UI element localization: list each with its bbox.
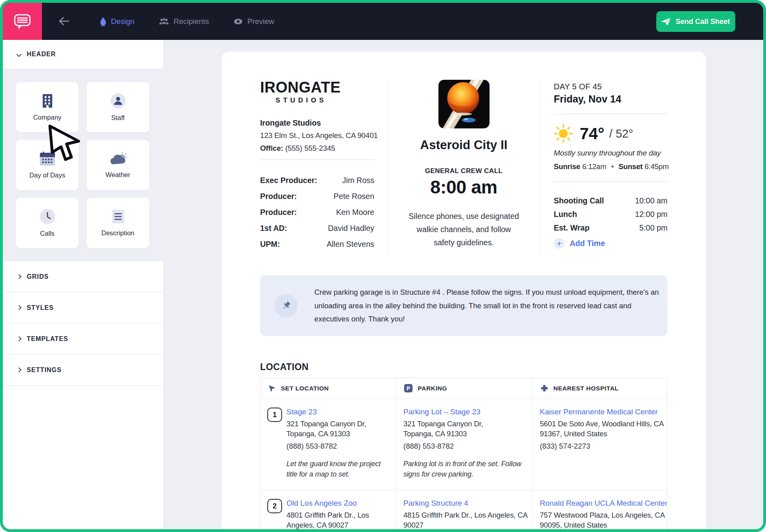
tab-design-label: Design [111,17,134,26]
tab-recipients[interactable]: Recipients [159,3,209,40]
sidebar-section-settings-label: SETTINGS [27,366,61,374]
person-icon [110,93,126,109]
sidebar-section-grids-label: GRIDS [27,273,49,280]
clock-icon [39,209,55,225]
schedule-row: Est. Wrap5:00 pm [554,223,667,233]
company-logo: IRONGATE STUDIOS [260,80,341,104]
crew-call-note: Silence phones, use designated walkie ch… [407,210,521,249]
crew-row: 1st AD:David Hadley [260,224,374,233]
schedule-row: Shooting Call10:00 am [554,196,667,205]
location-note: Let the guard know the project title for… [286,459,389,479]
parking-notice-text: Crew parking garage is in Structure #4 .… [314,286,667,326]
parking-notice[interactable]: Crew parking garage is in Structure #4 .… [260,275,667,336]
back-arrow-icon [58,16,70,26]
tab-preview-label: Preview [247,17,274,26]
send-call-sheet-button[interactable]: Send Call Sheet [656,11,735,32]
location-address: 5601 De Soto Ave, Woodland Hills, CA [540,419,660,429]
company-address: 123 Elm St., Los Angeles, CA 90401 [260,129,374,142]
location-link[interactable]: Parking Lot – Stage 23 [403,408,525,416]
tile-weather[interactable]: Weather [87,140,149,190]
location-link[interactable]: Parking Structure 4 [403,499,525,508]
tile-company-label: Company [33,114,61,121]
crew-call-time: 8:00 am [400,176,528,198]
location-link[interactable]: Ronald Reagan UCLA Medical Center [540,499,660,508]
sidebar-section-header[interactable]: HEADER [3,40,163,69]
weather-summary: Mostly sunny throughout the day [554,149,667,158]
column-header-parking: PARKING [396,378,533,398]
crew-call-label: GENERAL CREW CALL [400,167,528,175]
location-address: 90027 [403,520,525,530]
sidebar-section-header-label: HEADER [27,51,56,58]
tab-recipients-label: Recipients [174,17,209,26]
call-sheet-document[interactable]: IRONGATE STUDIOS Irongate Studios 123 El… [221,52,706,532]
sidebar-section-styles[interactable]: STYLES [3,292,163,323]
tile-staff-label: Staff [111,114,125,122]
location-note: Parking lot is in front of the set. Foll… [403,459,523,479]
tile-description-label: Description [101,229,134,237]
send-call-sheet-label: Send Call Sheet [675,18,730,26]
column-header-set-location: SET LOCATION [261,378,396,398]
company-office-phone: Office: (555) 555-2345 [260,142,374,155]
medical-cross-icon [541,384,548,392]
design-sidebar: HEADER Company [3,40,164,529]
header-tiles-panel: Company Staff [3,69,164,261]
back-button[interactable] [57,15,71,27]
location-number-badge: 1 [267,408,282,422]
tab-preview[interactable]: Preview [233,3,274,40]
crew-row: UPM:Allen Stevens [260,240,374,249]
schedule-row: Lunch12:00 pm [554,210,667,219]
parking-entry[interactable]: Parking Lot – Stage 23 321 Topanga Canyo… [396,399,533,490]
tile-calls[interactable]: Calls [16,198,79,248]
crew-row: Producer:Pete Rosen [260,192,374,201]
chevron-down-icon [16,52,22,57]
ink-drop-icon [100,17,107,26]
set-location-entry[interactable]: 1 Stage 23 321 Topanga Canyon Dr, Topang… [261,399,396,490]
chevron-right-icon [16,336,22,341]
location-address: Angeles, CA 90027 [286,520,389,530]
column-divider [540,80,540,256]
sun-icon [554,124,573,143]
location-section-title: LOCATION [260,362,667,372]
location-link[interactable]: Old Los Angeles Zoo [286,499,389,508]
pin-icon [274,294,298,317]
cloud-sun-icon [109,152,127,166]
sidebar-section-templates-label: TEMPLATES [27,335,68,343]
sidebar-section-styles-label: STYLES [27,304,54,311]
app-window: Design Recipients Preview [0,0,766,532]
tile-weather-label: Weather [105,171,130,179]
location-phone: (888) 553-8782 [403,442,525,451]
column-divider [388,80,388,256]
production-title: Asteroid City II [400,138,528,152]
parking-icon [404,384,413,392]
add-time-label: Add Time [570,239,605,248]
company-logo-line1: IRONGATE [260,80,341,95]
location-phone: (888) 553-8782 [286,442,389,451]
crew-row: Exec Producer:Jim Ross [260,176,374,185]
add-time-button[interactable]: + Add Time [554,238,667,249]
paper-plane-icon [661,18,671,26]
shoot-date: Friday, Nov 14 [554,93,667,105]
mouse-cursor [47,124,81,165]
day-count: DAY 5 OF 45 [554,82,667,91]
parking-entry[interactable]: Parking Structure 4 4815 Griffith Park D… [396,490,533,532]
column-header-nearest-hospital: NEAREST HOSPITAL [533,378,667,398]
studiobinder-logo[interactable] [3,3,42,40]
tile-staff[interactable]: Staff [87,82,149,132]
location-address: 321 Topanga Canyon Dr, [403,419,525,429]
tab-design[interactable]: Design [100,3,134,40]
location-link[interactable]: Stage 23 [286,408,389,416]
location-link[interactable]: Kaiser Permanente Medical Center [540,408,660,416]
sidebar-section-grids[interactable]: GRIDS [3,261,163,292]
people-icon [159,18,169,26]
text-lines-icon [111,209,125,224]
set-location-entry[interactable]: 2 Old Los Angeles Zoo 4801 Griffith Park… [261,490,396,532]
building-icon [41,93,53,108]
crew-row: Producer:Ken Moore [260,208,374,217]
sidebar-section-settings[interactable]: SETTINGS [3,355,163,386]
canvas-area: IRONGATE STUDIOS Irongate Studios 123 El… [164,40,763,529]
tile-description[interactable]: Description [87,198,149,248]
hospital-entry[interactable]: Ronald Reagan UCLA Medical Center 757 We… [533,490,667,532]
hospital-entry[interactable]: Kaiser Permanente Medical Center 5601 De… [533,399,667,490]
sidebar-section-templates[interactable]: TEMPLATES [3,323,163,355]
location-number-badge: 2 [267,499,282,513]
